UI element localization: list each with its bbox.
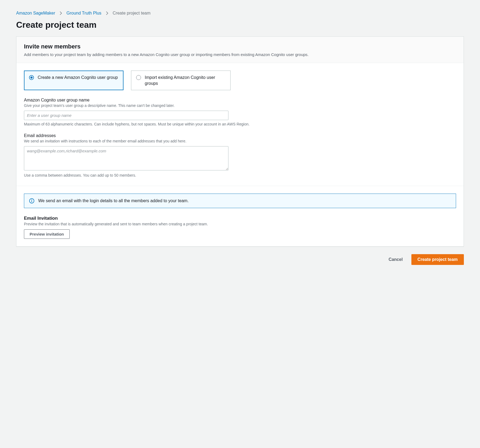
- info-text: We send an email with the login details …: [38, 198, 189, 203]
- panel-header: Invite new members Add members to your p…: [16, 37, 464, 63]
- radio-unselected-icon: [136, 75, 141, 80]
- email-invitation-description: Preview the invitation that is automatic…: [24, 222, 456, 227]
- breadcrumb-link-ground-truth-plus[interactable]: Ground Truth Plus: [66, 11, 101, 16]
- emails-label: Email addresses: [24, 133, 456, 138]
- page-title: Create project team: [16, 20, 464, 30]
- option-create-label: Create a new Amazon Cognito user group: [38, 75, 118, 80]
- emails-description: We send an invitation with instructions …: [24, 139, 456, 144]
- breadcrumb-link-sagemaker[interactable]: Amazon SageMaker: [16, 11, 55, 16]
- info-box: We send an email with the login details …: [24, 194, 456, 208]
- cancel-button[interactable]: Cancel: [383, 254, 408, 265]
- group-name-input[interactable]: [24, 111, 228, 120]
- panel-description: Add members to your project team by addi…: [24, 52, 456, 57]
- emails-hint: Use a comma between addresses. You can a…: [24, 173, 456, 178]
- footer-actions: Cancel Create project team: [16, 254, 464, 265]
- panel-section-invitation: We send an email with the login details …: [16, 186, 464, 247]
- email-invitation-heading: Email Invitation: [24, 216, 456, 221]
- preview-invitation-button[interactable]: Preview invitation: [24, 229, 70, 239]
- option-import-user-groups[interactable]: Import existing Amazon Cognito user grou…: [131, 71, 231, 90]
- invite-members-panel: Invite new members Add members to your p…: [16, 36, 464, 247]
- email-invitation-section: Email Invitation Preview the invitation …: [24, 216, 456, 239]
- group-name-label: Amazon Cognito user group name: [24, 98, 456, 103]
- info-icon: [29, 198, 34, 204]
- user-group-option-group: Create a new Amazon Cognito user group I…: [24, 71, 456, 90]
- svg-point-1: [31, 199, 32, 200]
- group-name-description: Give your project team's user group a de…: [24, 103, 456, 108]
- breadcrumb: Amazon SageMaker Ground Truth Plus Creat…: [16, 11, 464, 16]
- chevron-right-icon: [59, 11, 62, 15]
- option-create-user-group[interactable]: Create a new Amazon Cognito user group: [24, 71, 123, 90]
- panel-heading: Invite new members: [24, 43, 456, 50]
- radio-selected-icon: [29, 75, 34, 80]
- group-name-hint: Maximum of 63 alphanumeric characters. C…: [24, 122, 456, 127]
- emails-input[interactable]: [24, 146, 228, 170]
- svg-rect-2: [31, 200, 32, 202]
- field-group-name: Amazon Cognito user group name Give your…: [24, 98, 456, 127]
- breadcrumb-current: Create project team: [113, 11, 151, 16]
- option-import-label: Import existing Amazon Cognito user grou…: [145, 75, 225, 86]
- field-emails: Email addresses We send an invitation wi…: [24, 133, 456, 178]
- create-project-team-button[interactable]: Create project team: [411, 254, 464, 265]
- panel-body: Create a new Amazon Cognito user group I…: [16, 63, 464, 186]
- chevron-right-icon: [106, 11, 108, 15]
